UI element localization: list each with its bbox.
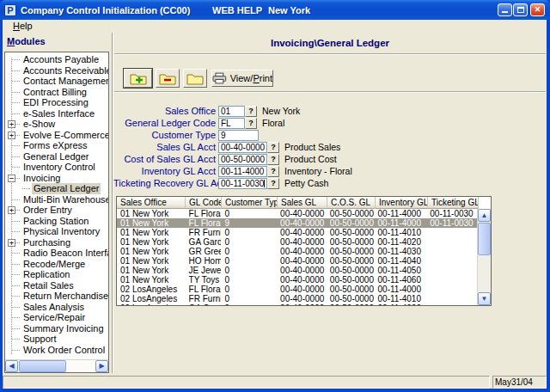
form-row: Cost of Sales GL Acct00-50-0000?Product … [113, 153, 547, 165]
tree-item[interactable]: +e-Show [5, 119, 108, 130]
table-cell: 00-40-0000 [277, 228, 327, 237]
table-cell: FR Furni... [186, 294, 222, 303]
tree-item[interactable]: Accounts Receivable [5, 65, 108, 77]
expand-plus-icon[interactable]: + [8, 206, 15, 214]
form-row: General Ledger CodeFL?Floral [113, 117, 547, 129]
tree-item[interactable]: Replication [5, 269, 108, 280]
tree-item[interactable]: e-Sales Interface [5, 108, 108, 119]
field-description: Petty Cash [284, 178, 328, 188]
tree-item[interactable]: Physical Inventory [5, 226, 108, 237]
table-cell: 00-11-4050 [375, 266, 427, 275]
tree-item[interactable]: Retail Sales [5, 280, 108, 291]
table-row[interactable]: 01 New YorkJE Jewelry000-40-000000-50-00… [117, 266, 477, 275]
tree-item[interactable]: +Evolve E-Commerce [5, 130, 108, 141]
lookup-help-button[interactable]: ? [267, 154, 279, 165]
view-print-button[interactable]: View/Print [211, 70, 273, 87]
lookup-help-button[interactable]: ? [267, 166, 279, 177]
tree-item[interactable]: Recode/Merge [5, 259, 108, 270]
table-row[interactable]: 01 New YorkFL Floral000-40-000000-50-000… [117, 209, 477, 218]
table-cell [426, 303, 477, 305]
tree-item[interactable]: Forms eXpress [5, 140, 108, 151]
table-row[interactable]: 02 LosAngelesFL Floral000-40-000000-50-0… [117, 285, 477, 294]
scroll-down-icon[interactable]: ▼ [478, 292, 491, 305]
table-row[interactable]: 01 New YorkFL Floral900-40-000000-50-000… [117, 218, 477, 228]
column-header[interactable]: Sales Office [117, 197, 186, 209]
web-help-link[interactable]: WEB HELP [212, 5, 262, 15]
table-row[interactable]: 01 New YorkFR Furni...000-40-000000-50-0… [117, 228, 477, 237]
tree-item[interactable]: Radio Beacon Interface [5, 248, 108, 259]
table-cell: TY Toys [186, 275, 222, 285]
table-cell: 01 New York [117, 228, 186, 237]
column-header[interactable]: Customer Type [222, 197, 278, 209]
lookup-help-button[interactable]: ? [267, 178, 279, 189]
table-row[interactable]: 01 New YorkGA Gard...000-40-000000-50-00… [117, 237, 477, 247]
modules-header: Modules [7, 36, 46, 46]
field-input[interactable]: 01 [218, 106, 245, 117]
table-row[interactable]: 01 New YorkHO Hom...000-40-000000-50-000… [117, 256, 477, 266]
tree-item[interactable]: Inventory Control [5, 162, 108, 173]
column-header[interactable]: Sales GL [278, 197, 327, 209]
tree-item[interactable]: Accounts Payable [5, 54, 108, 65]
field-input[interactable]: 00-11-0030 [218, 178, 267, 189]
tree-item[interactable]: Work Order Control [5, 345, 108, 356]
lookup-help-button[interactable]: ? [245, 106, 257, 117]
tree-item[interactable]: EDI Processing [5, 97, 108, 108]
tree-horizontal-scrollbar[interactable]: ◀ ▶ [5, 359, 108, 372]
tree-item-label: Replication [21, 269, 71, 280]
location-label: New York [268, 5, 310, 15]
scrollbar-thumb[interactable] [19, 360, 66, 372]
field-input[interactable]: 00-50-0000 [218, 154, 267, 165]
scroll-up-icon[interactable]: ▲ [478, 209, 491, 222]
field-input[interactable]: 9 [218, 130, 259, 141]
table-row[interactable]: 02 LosAngelesFR Furni...000-40-000000-50… [117, 294, 477, 303]
field-input[interactable]: 00-11-4000 [218, 166, 267, 177]
table-cell: 00-40-0000 [277, 294, 327, 303]
tree-item-label: Multi-Bin Warehouse Con [21, 194, 109, 205]
tree-item[interactable]: Support [5, 334, 108, 345]
column-header[interactable]: Inventory GL [376, 197, 428, 209]
tree-item[interactable]: General Ledger [5, 183, 108, 194]
table-vertical-scrollbar[interactable]: ▲ ▼ [477, 209, 491, 305]
maximize-icon [517, 7, 524, 13]
close-button[interactable]: ✕ [530, 3, 545, 16]
tree-item[interactable]: Summary Invoicing [5, 323, 108, 334]
field-input[interactable]: FL [218, 118, 245, 129]
collapse-minus-icon[interactable]: − [8, 175, 15, 182]
tree-item[interactable]: Multi-Bin Warehouse Con [5, 194, 108, 205]
tree-item[interactable]: Contact Management [5, 76, 108, 87]
table-cell: 01 New York [117, 256, 186, 266]
lookup-help-button[interactable]: ? [267, 142, 279, 153]
expand-plus-icon[interactable]: + [8, 239, 15, 247]
tree-item-label: Accounts Payable [21, 54, 101, 65]
menu-help[interactable]: Help [9, 20, 36, 32]
open-record-button[interactable] [183, 69, 207, 88]
table-row[interactable]: 01 New YorkGR Gree...000-40-000000-50-00… [117, 247, 477, 256]
table-row[interactable]: 02 LosAngelesGA Gard...000-40-000000-50-… [117, 303, 477, 305]
delete-record-button[interactable] [156, 69, 180, 88]
column-header[interactable]: Ticketing GL [428, 197, 479, 209]
tree-item[interactable]: Packing Station [5, 216, 108, 227]
table-cell: 9 [221, 218, 277, 228]
tree-item[interactable]: Service/Repair [5, 312, 108, 323]
maximize-button[interactable] [513, 3, 528, 16]
tree-item[interactable]: −Invoicing [5, 173, 108, 184]
tree-item[interactable]: +Order Entry [5, 205, 108, 216]
scroll-left-icon[interactable]: ◀ [5, 360, 18, 372]
lookup-help-button[interactable]: ? [245, 118, 257, 129]
column-header[interactable]: GL Code [186, 197, 222, 209]
scrollbar-thumb[interactable] [478, 223, 491, 255]
field-input[interactable]: 00-40-0000 [218, 142, 267, 153]
expand-plus-icon[interactable]: + [8, 132, 15, 139]
tree-item[interactable]: General Ledger [5, 151, 108, 162]
tree-item[interactable]: Sales Analysis [5, 302, 108, 313]
tree-item[interactable]: Return Merchandise Auth [5, 291, 108, 302]
tree-item[interactable]: +Purchasing [5, 237, 108, 248]
scroll-right-icon[interactable]: ▶ [95, 360, 108, 372]
minimize-button[interactable] [498, 3, 512, 16]
tree-item[interactable]: Contract Billing [5, 87, 108, 98]
column-header[interactable]: C.O.S. GL [327, 197, 376, 209]
expand-plus-icon[interactable]: + [8, 120, 15, 128]
table-cell: 02 LosAngeles [117, 285, 186, 294]
table-row[interactable]: 01 New YorkTY Toys000-40-000000-50-00000… [117, 275, 477, 285]
add-record-button[interactable] [124, 69, 152, 88]
